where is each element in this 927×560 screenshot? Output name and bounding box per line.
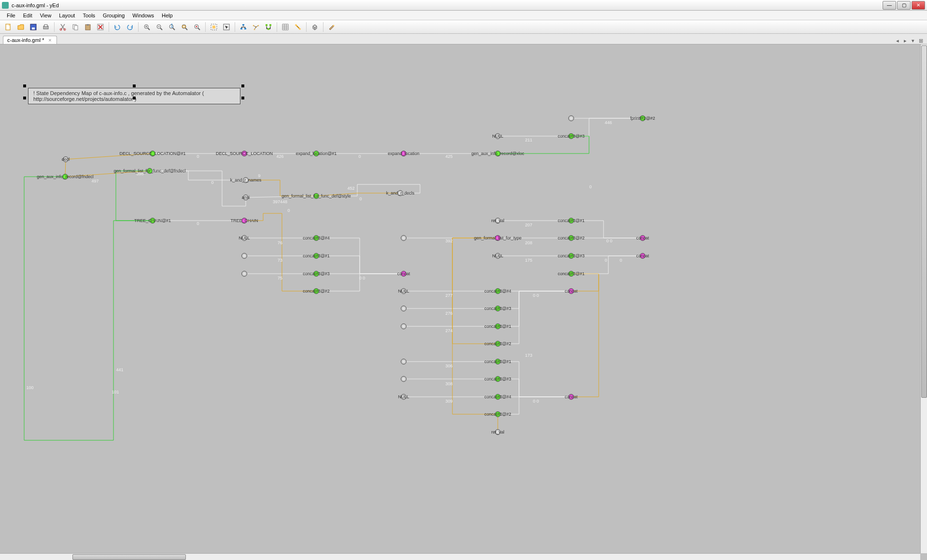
zoom-selection-icon[interactable]: [192, 22, 202, 32]
print-icon[interactable]: [41, 22, 51, 32]
graph-node[interactable]: [241, 151, 247, 156]
graph-node[interactable]: [401, 359, 407, 364]
menu-windows[interactable]: Windows: [128, 12, 158, 19]
graph-node[interactable]: [495, 253, 501, 259]
vertical-scrollbar[interactable]: [920, 44, 927, 553]
graph-node[interactable]: [568, 133, 574, 139]
graph-node[interactable]: [313, 151, 319, 156]
graph-node[interactable]: [62, 174, 68, 180]
graph-node[interactable]: [568, 218, 574, 224]
graph-node[interactable]: [568, 271, 574, 277]
graph-node[interactable]: [568, 235, 574, 241]
graph-node[interactable]: [313, 288, 319, 294]
graph-node[interactable]: [640, 235, 646, 241]
graph-banner[interactable]: ! State Dependency Map of c-aux-info.c ,…: [28, 88, 240, 104]
graph-node[interactable]: [495, 376, 501, 382]
graph-node[interactable]: [401, 271, 407, 277]
select-mode-icon[interactable]: [221, 22, 232, 32]
graph-node[interactable]: [147, 168, 153, 174]
tab-menu-icon[interactable]: ⊞: [917, 37, 924, 44]
graph-node[interactable]: [640, 115, 646, 121]
graph-node[interactable]: [495, 394, 501, 400]
cut-icon[interactable]: [57, 22, 68, 32]
menu-tools[interactable]: Tools: [79, 12, 99, 19]
graph-node[interactable]: [150, 218, 155, 224]
graph-node[interactable]: [313, 193, 319, 199]
graph-canvas[interactable]: ! State Dependency Map of c-aux-info.c ,…: [0, 44, 920, 553]
zoom-out-icon[interactable]: [154, 22, 165, 32]
menu-view[interactable]: View: [36, 12, 56, 19]
save-icon[interactable]: [28, 22, 39, 32]
graph-node[interactable]: [568, 115, 574, 121]
menu-help[interactable]: Help: [158, 12, 177, 19]
selection-handle[interactable]: [133, 97, 136, 99]
graph-node[interactable]: [63, 156, 69, 162]
layout-orthogonal-icon[interactable]: [263, 22, 274, 32]
graph-node[interactable]: [313, 253, 319, 259]
graph-node[interactable]: [401, 394, 407, 400]
graph-node[interactable]: [241, 218, 247, 224]
tab-next-icon[interactable]: ▸: [902, 37, 909, 44]
selection-handle[interactable]: [23, 84, 26, 87]
zoom-fit-icon[interactable]: [179, 22, 190, 32]
graph-node[interactable]: [495, 151, 501, 156]
document-tab[interactable]: c-aux-info.gml * ×: [3, 36, 57, 44]
hscroll-thumb[interactable]: [72, 554, 186, 560]
graph-node[interactable]: [243, 195, 249, 200]
maximize-button[interactable]: ▢: [897, 1, 911, 10]
tab-prev-icon[interactable]: ◂: [894, 37, 901, 44]
graph-node[interactable]: [495, 411, 501, 417]
delete-icon[interactable]: [95, 22, 106, 32]
new-icon[interactable]: [3, 22, 14, 32]
graph-node[interactable]: [241, 235, 247, 241]
copy-icon[interactable]: [70, 22, 81, 32]
graph-node[interactable]: [568, 253, 574, 259]
graph-node[interactable]: [495, 306, 501, 311]
graph-node[interactable]: [313, 235, 319, 241]
graph-node[interactable]: [495, 288, 501, 294]
minimize-button[interactable]: —: [883, 1, 896, 10]
menu-file[interactable]: File: [3, 12, 19, 19]
graph-node[interactable]: [401, 151, 407, 156]
horizontal-scrollbar[interactable]: [0, 553, 920, 560]
graph-node[interactable]: [640, 253, 646, 259]
open-icon[interactable]: [15, 22, 26, 32]
graph-node[interactable]: [401, 235, 407, 241]
zoom-in-icon[interactable]: [141, 22, 152, 32]
menu-layout[interactable]: Layout: [55, 12, 79, 19]
graph-node[interactable]: [313, 271, 319, 277]
graph-node[interactable]: [568, 288, 574, 294]
fit-content-icon[interactable]: [209, 22, 219, 32]
close-button[interactable]: ✕: [912, 1, 925, 10]
graph-node[interactable]: [401, 288, 407, 294]
graph-node[interactable]: [243, 177, 249, 183]
3d-icon[interactable]: [309, 22, 320, 32]
graph-node[interactable]: [495, 235, 501, 241]
layout-organic-icon[interactable]: [251, 22, 261, 32]
graph-node[interactable]: [241, 271, 247, 277]
menu-grouping[interactable]: Grouping: [99, 12, 128, 19]
graph-node[interactable]: [495, 429, 501, 435]
graph-node[interactable]: [495, 218, 501, 224]
snap-icon[interactable]: [293, 22, 303, 32]
selection-handle[interactable]: [241, 97, 244, 99]
menu-edit[interactable]: Edit: [19, 12, 36, 19]
graph-node[interactable]: [150, 151, 155, 156]
selection-handle[interactable]: [133, 84, 136, 87]
undo-icon[interactable]: [112, 22, 123, 32]
redo-icon[interactable]: [125, 22, 135, 32]
settings-icon[interactable]: [326, 22, 337, 32]
graph-node[interactable]: [568, 394, 574, 400]
vscroll-thumb[interactable]: [921, 45, 927, 398]
tab-list-icon[interactable]: ▾: [910, 37, 916, 44]
graph-node[interactable]: [495, 133, 501, 139]
graph-node[interactable]: [401, 306, 407, 311]
selection-handle[interactable]: [241, 84, 244, 87]
graph-node[interactable]: [401, 323, 407, 329]
layout-hierarchical-icon[interactable]: [238, 22, 249, 32]
grid-icon[interactable]: [280, 22, 291, 32]
graph-node[interactable]: [495, 359, 501, 364]
zoom-reset-icon[interactable]: 1: [167, 22, 177, 32]
paste-icon[interactable]: [83, 22, 93, 32]
graph-node[interactable]: [241, 253, 247, 259]
